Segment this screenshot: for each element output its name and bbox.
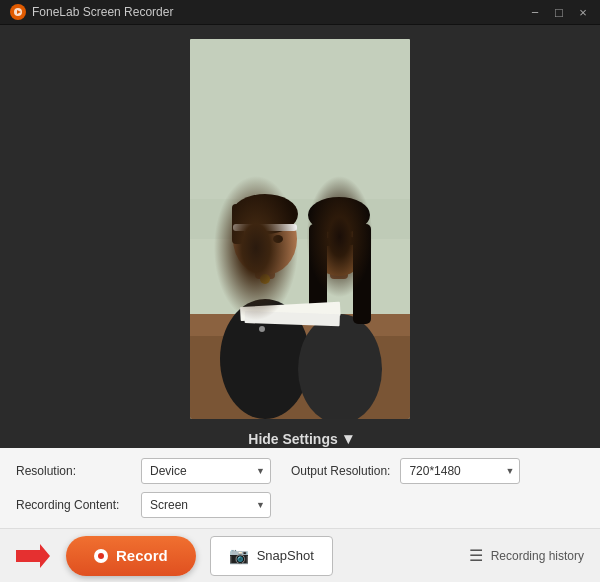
app-title: FoneLab Screen Recorder: [32, 5, 173, 19]
app-window: FoneLab Screen Recorder − □ ×: [0, 0, 600, 582]
svg-point-23: [323, 238, 333, 246]
recording-content-label: Recording Content:: [16, 498, 131, 512]
svg-point-13: [248, 235, 258, 243]
title-bar: FoneLab Screen Recorder − □ ×: [0, 0, 600, 25]
svg-rect-5: [190, 329, 410, 419]
close-button[interactable]: ×: [574, 3, 592, 21]
resolution-label: Resolution:: [16, 464, 131, 478]
hide-settings-bar[interactable]: Hide Settings ▾: [248, 429, 351, 448]
resolution-select-wrapper: Device Custom Full Screen: [141, 458, 271, 484]
svg-rect-18: [330, 257, 348, 279]
snapshot-button[interactable]: 📷 SnapShot: [210, 536, 333, 576]
hide-settings-label: Hide Settings: [248, 431, 337, 447]
record-button[interactable]: Record: [66, 536, 196, 576]
settings-panel: Resolution: Device Custom Full Screen Ou…: [0, 448, 600, 528]
svg-point-24: [346, 237, 356, 245]
recording-history-button[interactable]: ☰ Recording history: [469, 546, 584, 565]
svg-point-22: [308, 197, 370, 233]
video-preview: [190, 39, 410, 419]
camera-feed: [190, 39, 410, 419]
title-bar-left: FoneLab Screen Recorder: [10, 4, 173, 20]
svg-point-9: [233, 203, 297, 275]
minimize-button[interactable]: −: [526, 3, 544, 21]
camera-image: [190, 39, 410, 419]
svg-rect-20: [309, 224, 327, 324]
bottom-section: Resolution: Device Custom Full Screen Ou…: [0, 448, 600, 582]
svg-rect-25: [240, 302, 341, 321]
resolution-select[interactable]: Device Custom Full Screen: [141, 458, 271, 484]
svg-rect-6: [190, 314, 410, 336]
recording-content-select-wrapper: Screen Webcam Audio Only: [141, 492, 271, 518]
output-resolution-select-wrapper: 720*1480 1080*1920 480*854: [400, 458, 520, 484]
bottom-toolbar: Record 📷 SnapShot ☰ Recording history: [0, 528, 600, 582]
svg-point-14: [273, 235, 283, 243]
record-label: Record: [116, 547, 168, 564]
svg-rect-26: [245, 311, 340, 326]
svg-rect-3: [190, 39, 410, 199]
svg-rect-8: [255, 254, 275, 279]
svg-rect-4: [190, 39, 410, 239]
svg-point-7: [220, 299, 310, 419]
title-bar-controls: − □ ×: [526, 3, 592, 21]
record-dot-icon: [94, 549, 108, 563]
recording-content-select[interactable]: Screen Webcam Audio Only: [141, 492, 271, 518]
snapshot-label: SnapShot: [257, 548, 314, 563]
svg-point-15: [260, 274, 270, 284]
svg-point-19: [309, 208, 369, 276]
svg-point-10: [232, 194, 298, 234]
menu-lines-icon: ☰: [469, 546, 483, 565]
output-resolution-label: Output Resolution:: [291, 464, 390, 478]
svg-point-16: [259, 326, 265, 332]
svg-rect-12: [233, 224, 297, 231]
camera-icon: 📷: [229, 546, 249, 565]
app-icon: [10, 4, 26, 20]
svg-rect-2: [190, 39, 410, 419]
maximize-button[interactable]: □: [550, 3, 568, 21]
svg-marker-27: [16, 544, 50, 568]
svg-rect-21: [353, 224, 371, 324]
recording-history-label: Recording history: [491, 549, 584, 563]
output-resolution-select[interactable]: 720*1480 1080*1920 480*854: [400, 458, 520, 484]
recording-content-row: Recording Content: Screen Webcam Audio O…: [16, 492, 584, 518]
svg-rect-11: [232, 204, 244, 244]
svg-point-17: [298, 314, 382, 419]
chevron-down-icon: ▾: [344, 429, 352, 448]
preview-area: Hide Settings ▾: [0, 25, 600, 448]
resolution-row: Resolution: Device Custom Full Screen Ou…: [16, 458, 584, 484]
red-arrow-icon: [16, 544, 50, 568]
